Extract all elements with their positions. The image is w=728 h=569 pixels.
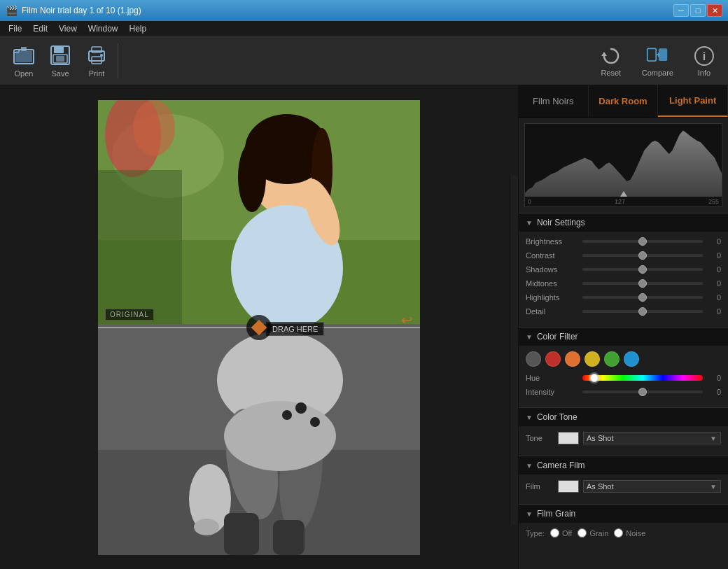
noir-settings-title: Noir Settings xyxy=(537,218,585,227)
reset-button[interactable]: Reset xyxy=(593,41,629,81)
svg-marker-11 xyxy=(601,52,607,56)
main-area: DRAG HERE ORIGINAL ↩ Film Noirs Dark Roo… xyxy=(0,85,728,569)
drag-handle[interactable] xyxy=(246,315,272,340)
print-label: Print xyxy=(89,69,105,78)
open-icon xyxy=(13,44,35,66)
swatch-yellow[interactable] xyxy=(584,351,600,367)
save-button[interactable]: Save xyxy=(42,40,78,82)
menu-file[interactable]: File xyxy=(3,22,27,35)
highlights-thumb[interactable] xyxy=(638,293,647,302)
camera-film-header[interactable]: ▼ Camera Film xyxy=(519,456,728,475)
menu-edit[interactable]: Edit xyxy=(27,22,53,35)
swatch-green[interactable] xyxy=(604,351,620,367)
info-button[interactable]: i Info xyxy=(686,41,722,81)
film-grain-off-radio[interactable] xyxy=(550,528,559,538)
svg-rect-1 xyxy=(15,51,32,62)
color-tone-header[interactable]: ▼ Color Tone xyxy=(519,407,728,426)
film-grain-content: Type: Off Grain Noise xyxy=(519,523,728,543)
midtones-thumb[interactable] xyxy=(638,279,647,288)
compare-icon xyxy=(646,45,668,67)
image-bw-half xyxy=(98,324,420,555)
film-grain-noise-radio[interactable] xyxy=(614,528,623,538)
svg-rect-30 xyxy=(98,170,182,324)
shadows-label: Shadows xyxy=(526,265,578,274)
toolbar-separator xyxy=(118,43,118,78)
camera-film-chevron-icon: ▼ xyxy=(526,462,533,470)
highlights-slider[interactable] xyxy=(582,296,703,299)
film-grain-off-option[interactable]: Off xyxy=(550,528,572,538)
print-icon xyxy=(85,44,108,66)
swatch-orange[interactable] xyxy=(565,351,580,367)
brightness-row: Brightness 0 xyxy=(526,237,721,246)
settings-area[interactable]: ▼ Noir Settings Brightness 0 Contrast xyxy=(519,213,728,569)
svg-point-41 xyxy=(194,519,219,535)
close-button[interactable]: ✕ xyxy=(707,4,722,17)
film-grain-title: Film Grain xyxy=(537,509,575,519)
tone-select[interactable]: As Shot Custom xyxy=(583,432,721,444)
title-bar: 🎬 Film Noir trial day 1 of 10 (1.jpg) ─ … xyxy=(0,0,728,21)
film-grain-header[interactable]: ▼ Film Grain xyxy=(519,504,728,523)
detail-thumb[interactable] xyxy=(638,307,647,316)
svg-rect-2 xyxy=(21,47,27,51)
noir-settings-content: Brightness 0 Contrast 0 Shadows xyxy=(519,232,728,327)
window-controls: ─ □ ✕ xyxy=(673,4,722,17)
contrast-label: Contrast xyxy=(526,251,578,260)
tab-dark-room[interactable]: Dark Room xyxy=(589,85,659,117)
minimize-button[interactable]: ─ xyxy=(673,4,689,17)
film-grain-noise-option[interactable]: Noise xyxy=(614,528,645,538)
midtones-slider[interactable] xyxy=(582,282,703,285)
menu-window[interactable]: Window xyxy=(83,22,124,35)
tab-light-paint[interactable]: Light Paint xyxy=(658,85,728,117)
contrast-thumb[interactable] xyxy=(638,251,647,260)
midtones-label: Midtones xyxy=(526,279,578,288)
highlights-row: Highlights 0 xyxy=(526,293,721,302)
intensity-slider[interactable] xyxy=(582,391,703,393)
hue-slider[interactable] xyxy=(582,375,703,381)
brightness-thumb[interactable] xyxy=(638,237,647,246)
toolbar: Open Save Print xyxy=(0,36,728,85)
menu-view[interactable]: View xyxy=(53,22,83,35)
swatch-red[interactable] xyxy=(545,351,561,367)
compare-button[interactable]: Compare xyxy=(635,41,680,81)
open-label: Open xyxy=(15,69,34,78)
swatch-cyan[interactable] xyxy=(624,351,639,367)
tab-bar: Film Noirs Dark Room Light Paint xyxy=(519,85,728,118)
noir-settings-header[interactable]: ▼ Noir Settings xyxy=(519,213,728,232)
tone-label: Tone xyxy=(526,434,554,442)
print-button[interactable]: Print xyxy=(78,40,115,82)
highlights-value: 0 xyxy=(707,293,721,302)
detail-label: Detail xyxy=(526,307,578,316)
contrast-slider[interactable] xyxy=(582,254,703,257)
color-tone-content: Tone As Shot Custom ▼ xyxy=(519,426,728,456)
maximize-button[interactable]: □ xyxy=(690,4,706,17)
midtones-value: 0 xyxy=(707,279,721,288)
brightness-value: 0 xyxy=(707,237,721,246)
detail-slider[interactable] xyxy=(582,310,703,313)
rotate-icon[interactable]: ↩ xyxy=(401,311,413,332)
title-text: Film Noir trial day 1 of 10 (1.jpg) xyxy=(22,6,673,15)
shadows-thumb[interactable] xyxy=(638,265,647,274)
swatch-gray[interactable] xyxy=(526,351,541,367)
color-filter-title: Color Filter xyxy=(537,332,578,342)
open-button[interactable]: Open xyxy=(6,40,42,82)
svg-text:i: i xyxy=(703,50,706,62)
shadows-slider[interactable] xyxy=(582,268,703,271)
film-grain-options: Type: Off Grain Noise xyxy=(526,528,721,538)
shadows-value: 0 xyxy=(707,265,721,274)
film-select[interactable]: As Shot Custom xyxy=(583,480,721,493)
color-filter-header[interactable]: ▼ Color Filter xyxy=(519,327,728,346)
reset-icon xyxy=(600,45,622,67)
film-grain-grain-option[interactable]: Grain xyxy=(578,528,608,538)
contrast-row: Contrast 0 xyxy=(526,251,721,260)
contrast-value: 0 xyxy=(707,251,721,260)
menu-help[interactable]: Help xyxy=(124,22,153,35)
hue-thumb[interactable] xyxy=(590,374,598,382)
brightness-slider[interactable] xyxy=(582,240,703,243)
highlights-label: Highlights xyxy=(526,293,578,302)
film-color-preview xyxy=(558,480,579,493)
intensity-thumb[interactable] xyxy=(638,388,647,396)
svg-point-37 xyxy=(295,402,307,414)
film-grain-type-label: Type: xyxy=(526,529,545,538)
tab-film-noirs[interactable]: Film Noirs xyxy=(519,85,589,117)
film-grain-grain-radio[interactable] xyxy=(578,528,587,538)
